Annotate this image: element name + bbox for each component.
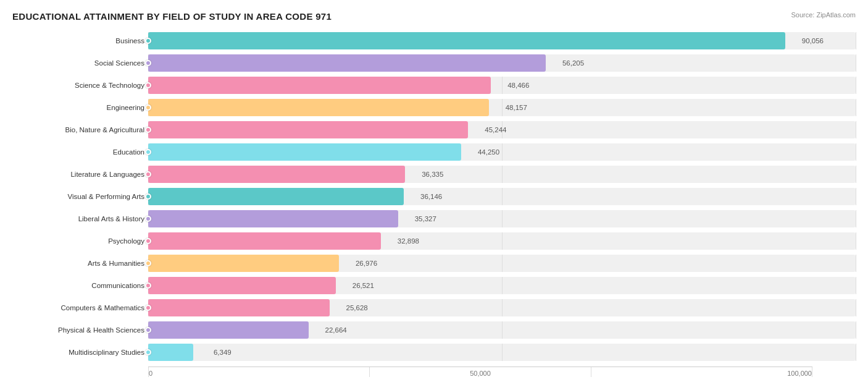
- bar-value: 22,664: [325, 326, 347, 334]
- bar-row: Computers & Mathematics25,628: [12, 297, 856, 318]
- bar-value: 48,157: [506, 104, 527, 111]
- bar-value: 26,976: [356, 260, 377, 267]
- bar-row: Education44,250: [12, 142, 856, 163]
- bar-dot: [145, 216, 151, 222]
- bar-value: 44,250: [478, 148, 499, 156]
- bar-fill: 25,628: [148, 299, 330, 316]
- bar-label: Science & Technology: [12, 82, 148, 89]
- bar-label: Visual & Performing Arts: [12, 193, 148, 200]
- bar-track: 48,157: [148, 99, 856, 116]
- bar-row: Communications26,521: [12, 275, 856, 296]
- bar-value: 45,244: [485, 126, 506, 134]
- bar-dot: [145, 127, 151, 133]
- bar-track: 48,466: [148, 77, 856, 94]
- bar-fill: 48,466: [148, 77, 491, 94]
- bar-dot: [145, 104, 151, 111]
- bar-label: Bio, Nature & Agricultural: [12, 126, 148, 134]
- bar-label: Arts & Humanities: [12, 260, 148, 267]
- bar-row: Social Sciences56,205: [12, 53, 856, 74]
- bar-row: Physical & Health Sciences22,664: [12, 320, 856, 341]
- bar-fill: 45,244: [148, 121, 468, 138]
- bar-track: 56,205: [148, 54, 856, 72]
- bar-dot: [145, 171, 151, 177]
- bar-dot: [145, 305, 151, 311]
- bar-fill: 44,250: [148, 143, 461, 161]
- chart-title: EDUCATIONAL ATTAINMENT BY FIELD OF STUDY…: [12, 11, 332, 22]
- bar-fill: 32,898: [148, 232, 381, 250]
- bar-track: 44,250: [148, 143, 856, 161]
- bar-label: Computers & Mathematics: [12, 304, 148, 312]
- chart-source: Source: ZipAtlas.com: [791, 11, 856, 19]
- bar-track: 45,244: [148, 121, 856, 138]
- bar-fill: 26,976: [148, 255, 339, 272]
- bar-value: 25,628: [346, 304, 368, 312]
- bar-label: Business: [12, 37, 148, 45]
- chart-container: EDUCATIONAL ATTAINMENT BY FIELD OF STUDY…: [0, 0, 868, 390]
- bar-value: 36,335: [422, 171, 443, 178]
- bar-label: Communications: [12, 282, 148, 289]
- bar-value: 26,521: [353, 282, 374, 289]
- bar-row: Science & Technology48,466: [12, 75, 856, 96]
- x-axis: 050,000100,000: [148, 367, 812, 377]
- bar-fill: 22,664: [148, 321, 309, 339]
- bar-fill: 90,056: [148, 32, 785, 49]
- bar-track: 22,664: [148, 321, 856, 339]
- bar-dot: [145, 82, 151, 88]
- bar-dot: [145, 260, 151, 266]
- bar-fill: 56,205: [148, 54, 546, 72]
- bar-dot: [145, 282, 151, 289]
- bar-fill: 35,327: [148, 210, 398, 227]
- bar-dot: [145, 149, 151, 155]
- bar-track: 26,976: [148, 255, 856, 272]
- bar-row: Visual & Performing Arts36,146: [12, 186, 856, 207]
- bar-dot: [145, 349, 151, 355]
- bar-dot: [145, 193, 151, 200]
- bar-track: 90,056: [148, 32, 856, 49]
- bar-dot: [145, 238, 151, 244]
- bar-fill: 6,349: [148, 344, 193, 361]
- x-tick: 100,000: [591, 367, 812, 377]
- bar-fill: 26,521: [148, 277, 336, 294]
- bar-value: 35,327: [415, 215, 436, 223]
- bar-row: Liberal Arts & History35,327: [12, 208, 856, 229]
- bar-fill: 36,335: [148, 166, 405, 183]
- bar-track: 25,628: [148, 299, 856, 316]
- bar-fill: 48,157: [148, 99, 489, 116]
- bar-dot: [145, 327, 151, 333]
- bar-value: 90,056: [802, 37, 824, 45]
- bar-label: Literature & Languages: [12, 171, 148, 178]
- bar-row: Arts & Humanities26,976: [12, 253, 856, 274]
- bar-track: 6,349: [148, 344, 856, 361]
- bar-label: Multidisciplinary Studies: [12, 349, 148, 356]
- bar-value: 36,146: [420, 193, 442, 200]
- bars-wrapper: Business90,056Social Sciences56,205Scien…: [12, 30, 856, 363]
- bar-track: 32,898: [148, 232, 856, 250]
- bar-dot: [145, 38, 151, 44]
- bar-value: 48,466: [507, 82, 529, 89]
- bar-row: Psychology32,898: [12, 231, 856, 252]
- bar-label: Psychology: [12, 237, 148, 245]
- bar-track: 26,521: [148, 277, 856, 294]
- bar-track: 36,335: [148, 166, 856, 183]
- chart-header: EDUCATIONAL ATTAINMENT BY FIELD OF STUDY…: [12, 11, 856, 22]
- bar-track: 35,327: [148, 210, 856, 227]
- bar-label: Education: [12, 148, 148, 156]
- x-tick: 50,000: [369, 367, 590, 377]
- bar-value: 56,205: [562, 59, 584, 67]
- bar-label: Social Sciences: [12, 59, 148, 67]
- bar-value: 6,349: [214, 349, 232, 356]
- bar-track: 36,146: [148, 188, 856, 205]
- bar-row: Engineering48,157: [12, 97, 856, 118]
- bar-value: 32,898: [398, 237, 419, 245]
- bar-label: Liberal Arts & History: [12, 215, 148, 223]
- bar-row: Literature & Languages36,335: [12, 164, 856, 185]
- bar-row: Bio, Nature & Agricultural45,244: [12, 119, 856, 140]
- bar-label: Physical & Health Sciences: [12, 326, 148, 334]
- bar-row: Multidisciplinary Studies6,349: [12, 342, 856, 363]
- bar-fill: 36,146: [148, 188, 404, 205]
- bar-label: Engineering: [12, 104, 148, 111]
- bar-row: Business90,056: [12, 30, 856, 51]
- x-tick: 0: [148, 367, 369, 377]
- bar-dot: [145, 60, 151, 66]
